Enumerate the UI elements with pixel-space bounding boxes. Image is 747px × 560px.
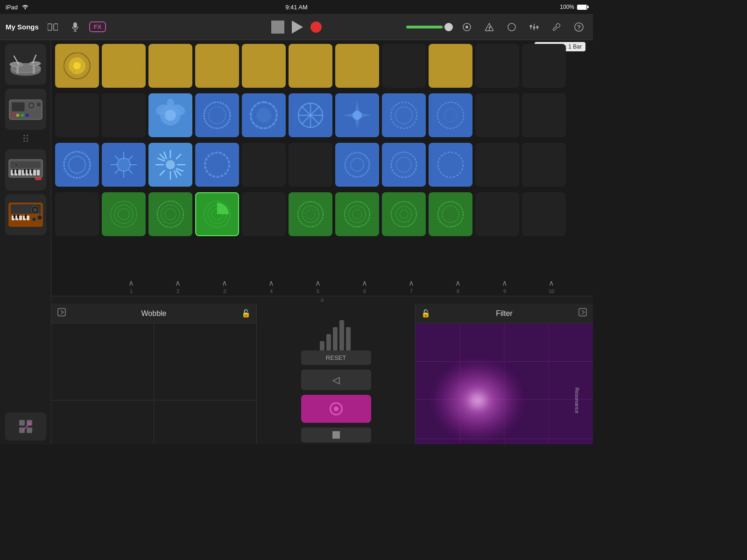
rewind-button[interactable]: ◁ (301, 370, 371, 390)
svg-rect-48 (16, 169, 18, 174)
sidebar-item-keyboard[interactable] (5, 149, 46, 190)
clip-cell-empty[interactable] (522, 93, 566, 137)
clip-cell[interactable] (335, 93, 379, 137)
clip-cell-empty[interactable] (289, 143, 332, 187)
clip-cell[interactable] (148, 143, 192, 187)
clip-cell-empty[interactable] (242, 143, 286, 187)
grid-view-button[interactable] (5, 413, 46, 441)
clip-cell[interactable] (289, 44, 332, 88)
clip-cell[interactable] (55, 44, 99, 88)
my-songs-button[interactable]: My Songs (6, 23, 39, 31)
filter-next-button[interactable] (578, 308, 587, 319)
col-7[interactable]: ∧7 (389, 279, 433, 294)
clip-cell-empty[interactable] (475, 143, 519, 187)
col-2[interactable]: ∧2 (156, 279, 200, 294)
wobble-title: Wobble (70, 309, 238, 318)
volume-control[interactable] (406, 26, 453, 28)
clip-cell[interactable] (148, 44, 192, 88)
sidebar-item-drums[interactable] (5, 44, 46, 85)
col-5[interactable]: ∧5 (296, 279, 340, 294)
col-1[interactable]: ∧1 (109, 279, 153, 294)
stop-square-icon (332, 431, 340, 439)
svg-point-68 (32, 217, 36, 221)
clip-cell[interactable] (289, 93, 332, 137)
clip-cell[interactable] (429, 93, 472, 137)
mixer-button[interactable] (526, 19, 543, 35)
svg-line-130 (160, 170, 165, 175)
col-10[interactable]: ∧10 (529, 279, 573, 294)
clip-cell-empty[interactable] (55, 192, 99, 236)
svg-rect-53 (35, 177, 42, 180)
clip-cell-empty[interactable] (475, 44, 519, 88)
clip-cell-empty[interactable] (522, 44, 566, 88)
clip-cell[interactable] (102, 143, 146, 187)
svg-rect-46 (37, 170, 40, 175)
clip-cell[interactable] (148, 192, 192, 236)
wobble-cell-2[interactable] (154, 323, 256, 400)
clip-cell[interactable] (382, 93, 426, 137)
clip-cell[interactable] (55, 143, 99, 187)
clip-cell-empty[interactable] (475, 192, 519, 236)
wobble-lock-icon[interactable]: 🔓 (241, 309, 251, 318)
clip-cell[interactable] (242, 44, 286, 88)
svg-line-128 (176, 170, 181, 175)
wobble-cell-4[interactable] (154, 400, 256, 444)
record-button[interactable] (310, 21, 322, 33)
master-volume-knob[interactable] (458, 19, 475, 35)
svg-rect-36 (21, 114, 24, 117)
microphone-button[interactable] (67, 19, 84, 35)
clip-cell[interactable] (335, 192, 379, 236)
svg-rect-162 (58, 308, 65, 316)
clip-cell-empty[interactable] (475, 93, 519, 137)
stop-button[interactable] (271, 21, 284, 34)
col-9[interactable]: ∧9 (483, 279, 527, 294)
split-view-button[interactable] (44, 19, 61, 35)
col-6[interactable]: ∧6 (343, 279, 387, 294)
clip-cell-active[interactable] (195, 192, 239, 236)
clip-cell-empty[interactable] (522, 192, 566, 236)
resize-handle[interactable]: ⠿ (22, 133, 29, 146)
wrench-button[interactable] (548, 19, 565, 35)
clip-cell[interactable] (335, 143, 379, 187)
drag-handle[interactable]: ≡ (51, 296, 593, 304)
clip-cell[interactable] (102, 192, 146, 236)
clip-cell[interactable] (195, 143, 239, 187)
clip-cell[interactable] (382, 143, 426, 187)
clip-cell[interactable] (242, 93, 286, 137)
clip-cell-empty[interactable] (242, 192, 286, 236)
filter-lock-icon[interactable]: 🔓 (421, 309, 430, 318)
filter-resonance-label: Resonance (574, 387, 580, 413)
stop-big-button[interactable] (301, 427, 371, 442)
loop-button[interactable] (503, 19, 520, 35)
col-3[interactable]: ∧3 (203, 279, 247, 294)
clip-cell[interactable] (429, 143, 472, 187)
wobble-prev-button[interactable] (57, 308, 66, 319)
clip-cell-empty[interactable] (102, 93, 146, 137)
reset-button[interactable]: RESET (301, 350, 371, 365)
wobble-cell-1[interactable] (51, 323, 154, 400)
clip-cell[interactable] (335, 44, 379, 88)
help-button[interactable]: ? (571, 19, 587, 35)
clip-cell[interactable] (102, 44, 146, 88)
clip-cell[interactable] (195, 44, 239, 88)
wobble-cell-3[interactable] (51, 400, 154, 444)
filter-visualizer[interactable]: Cutoff Resonance (416, 323, 593, 444)
clip-cell[interactable] (148, 93, 192, 137)
clip-cell[interactable] (289, 192, 332, 236)
fx-button[interactable]: FX (89, 21, 106, 32)
clip-cell[interactable] (429, 192, 472, 236)
record-big-button[interactable] (301, 395, 371, 423)
clip-cell-empty[interactable] (522, 143, 566, 187)
sidebar-item-beatbox[interactable] (5, 89, 46, 130)
clip-cell[interactable] (429, 44, 472, 88)
clip-cell-empty[interactable] (382, 44, 426, 88)
play-button[interactable] (292, 21, 303, 34)
col-8[interactable]: ∧8 (436, 279, 480, 294)
clip-cell[interactable] (382, 192, 426, 236)
metronome-button[interactable] (481, 19, 498, 35)
col-11[interactable]: ∧11 (576, 279, 593, 294)
clip-cell-empty[interactable] (55, 93, 99, 137)
sidebar-item-synth[interactable] (5, 194, 46, 235)
clip-cell[interactable] (195, 93, 239, 137)
col-4[interactable]: ∧4 (249, 279, 293, 294)
